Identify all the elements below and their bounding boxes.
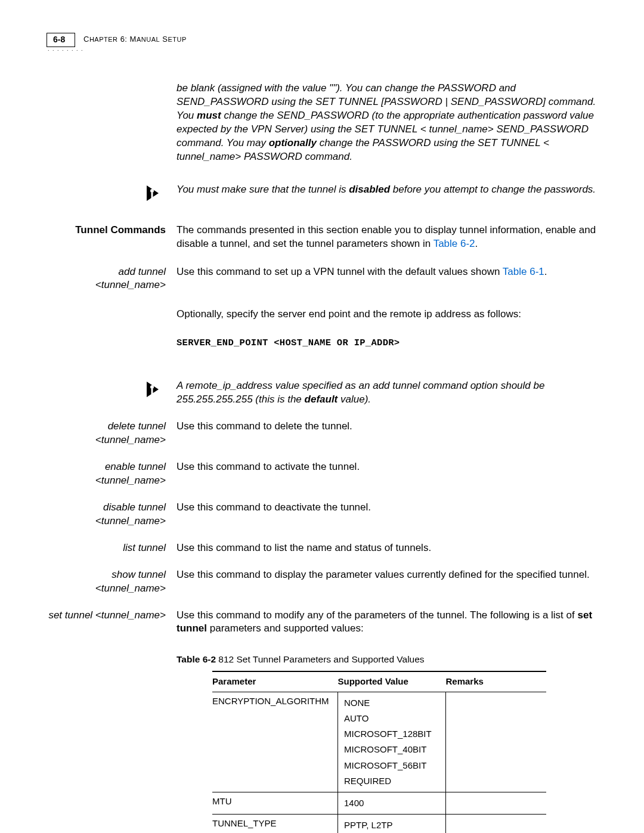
list-tunnel-text: Use this command to list the name and st…	[177, 541, 597, 555]
add-tunnel-optional: Optionally, specify the server end point…	[177, 308, 597, 321]
svg-rect-2	[151, 193, 153, 198]
svg-rect-5	[151, 389, 153, 394]
table-row: TUNNEL_TYPEPPTP, L2TP	[212, 815, 546, 833]
tunnel-commands-text: The commands presented in this section e…	[177, 224, 597, 251]
intro-note: be blank (assigned with the value ""). Y…	[177, 82, 597, 164]
table-row: ENCRYPTION_ALGORITHMNONEAUTOMICROSOFT_12…	[212, 692, 546, 792]
table-6-2-link[interactable]: Table 6-2	[434, 238, 475, 249]
svg-point-4	[150, 385, 154, 389]
show-tunnel-label: show tunnel <tunnel_name>	[47, 568, 177, 596]
disable-tunnel-label: disable tunnel <tunnel_name>	[47, 501, 177, 528]
page-header: 6-8 . . . . . . . . CHAPTER 6: MANUAL SE…	[47, 33, 597, 52]
note-icon	[145, 380, 166, 401]
enable-tunnel-text: Use this command to activate the tunnel.	[177, 460, 597, 488]
header-dots: . . . . . . . .	[48, 46, 83, 52]
th-supported: Supported Value	[338, 671, 446, 692]
table-row: MTU1400	[212, 792, 546, 815]
table-6-1-link[interactable]: Table 6-1	[503, 266, 544, 277]
note-disabled: You must make sure that the tunnel is di…	[177, 183, 597, 205]
delete-tunnel-label: delete tunnel <tunnel_name>	[47, 420, 177, 447]
set-tunnel-text: Use this command to modify any of the pa…	[177, 609, 597, 636]
disable-tunnel-text: Use this command to deactivate the tunne…	[177, 501, 597, 528]
table-caption: Table 6-2 812 Set Tunnel Parameters and …	[177, 654, 597, 666]
set-tunnel-label: set tunnel <tunnel_name>	[47, 609, 177, 636]
th-parameter: Parameter	[212, 671, 338, 692]
note-icon	[145, 184, 166, 205]
add-tunnel-text: Use this command to set up a VPN tunnel …	[177, 265, 597, 293]
page-number: 6-8	[47, 33, 75, 47]
th-remarks: Remarks	[446, 671, 547, 692]
show-tunnel-text: Use this command to display the paramete…	[177, 568, 597, 596]
svg-point-1	[150, 189, 154, 193]
delete-tunnel-text: Use this command to delete the tunnel.	[177, 420, 597, 447]
chapter-label: CHAPTER 6: MANUAL SETUP	[83, 33, 187, 44]
params-table: Parameter Supported Value Remarks ENCRYP…	[212, 671, 546, 833]
enable-tunnel-label: enable tunnel <tunnel_name>	[47, 460, 177, 488]
add-tunnel-label: add tunnel <tunnel_name>	[47, 265, 177, 293]
note-remote-ip: A remote_ip_address value specified as a…	[177, 379, 597, 407]
list-tunnel-label: list tunnel	[47, 541, 177, 555]
server-end-point-code: SERVER_END_POINT <HOST_NAME OR IP_ADDR>	[177, 337, 597, 349]
tunnel-commands-label: Tunnel Commands	[47, 224, 177, 251]
